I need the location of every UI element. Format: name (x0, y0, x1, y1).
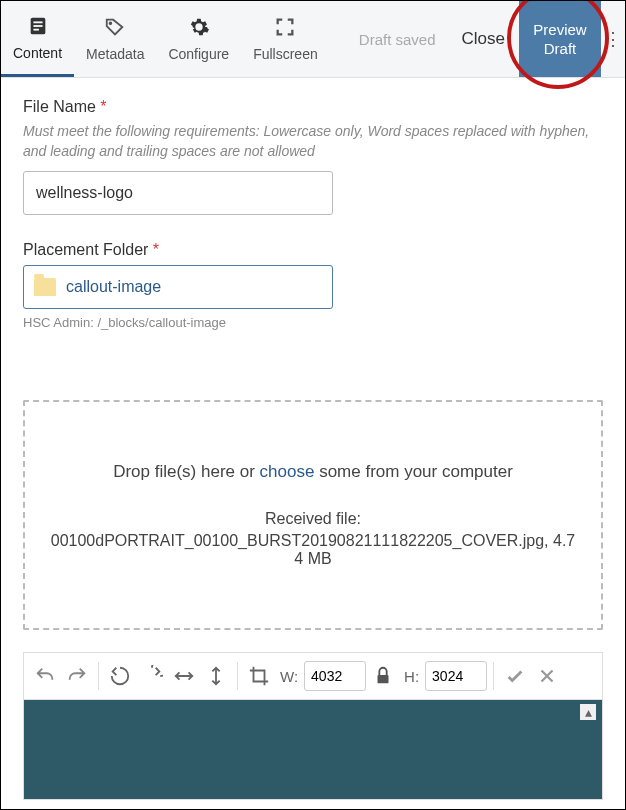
height-label: H: (404, 668, 419, 685)
svg-rect-5 (378, 675, 389, 683)
undo-button[interactable] (30, 659, 60, 693)
file-name-hint: Must meet the following requirements: Lo… (23, 122, 603, 161)
redo-button[interactable] (62, 659, 92, 693)
svg-rect-2 (33, 25, 42, 27)
top-toolbar: Content Metadata Configure Fullscreen Dr… (1, 1, 625, 78)
fullscreen-icon (274, 16, 296, 42)
flip-horizontal-button[interactable] (169, 659, 199, 693)
tab-content[interactable]: Content (1, 1, 74, 77)
received-label: Received file: (47, 510, 579, 528)
svg-point-4 (110, 22, 112, 24)
tag-icon (104, 16, 126, 42)
image-preview: ▴ (23, 700, 603, 800)
tab-label: Metadata (86, 46, 144, 62)
file-name-input[interactable] (23, 171, 333, 215)
svg-rect-1 (33, 21, 42, 23)
preview-draft-button[interactable]: Preview Draft (519, 1, 601, 77)
content-icon (27, 15, 49, 41)
lock-aspect-button[interactable] (368, 659, 398, 693)
tab-metadata[interactable]: Metadata (74, 1, 156, 77)
tab-label: Configure (168, 46, 229, 62)
flip-vertical-button[interactable] (201, 659, 231, 693)
image-editor-toolbar: W: H: (23, 652, 603, 700)
received-file: 00100dPORTRAIT_00100_BURST20190821111822… (47, 532, 579, 568)
file-name-label: File Name * (23, 98, 603, 116)
confirm-button[interactable] (500, 659, 530, 693)
more-menu-button[interactable]: ⋮ (601, 1, 625, 77)
choose-link[interactable]: choose (260, 462, 315, 481)
file-dropzone[interactable]: Drop file(s) here or choose some from yo… (23, 400, 603, 630)
draft-saved-text: Draft saved (347, 1, 448, 77)
tab-label: Content (13, 45, 62, 61)
folder-icon (34, 278, 56, 296)
placement-folder-select[interactable]: callout-image (23, 265, 333, 309)
rotate-left-button[interactable] (105, 659, 135, 693)
dropzone-instruction: Drop file(s) here or choose some from yo… (47, 462, 579, 482)
folder-path: HSC Admin: /_blocks/callout-image (23, 315, 603, 330)
collapse-icon[interactable]: ▴ (580, 704, 596, 720)
tab-fullscreen[interactable]: Fullscreen (241, 1, 330, 77)
height-input[interactable] (425, 661, 487, 691)
cancel-button[interactable] (532, 659, 562, 693)
folder-value: callout-image (66, 278, 161, 296)
tab-configure[interactable]: Configure (156, 1, 241, 77)
width-input[interactable] (304, 661, 366, 691)
gear-icon (188, 16, 210, 42)
close-button[interactable]: Close (448, 1, 519, 77)
rotate-right-button[interactable] (137, 659, 167, 693)
width-label: W: (280, 668, 298, 685)
tab-label: Fullscreen (253, 46, 318, 62)
crop-button[interactable] (244, 659, 274, 693)
placement-folder-label: Placement Folder * (23, 241, 603, 259)
svg-rect-3 (33, 28, 39, 30)
